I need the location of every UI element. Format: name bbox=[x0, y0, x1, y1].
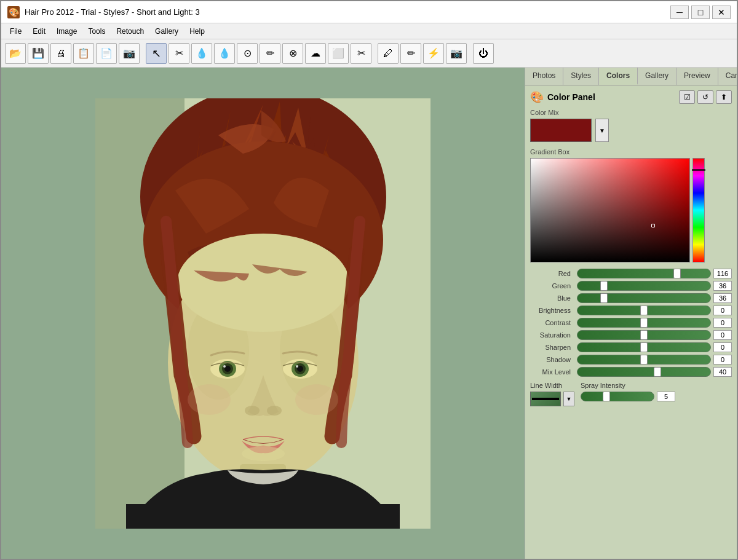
slider-value-green: 36 bbox=[713, 281, 732, 291]
color-panel-title-text: Color Panel bbox=[547, 92, 595, 102]
spray-track[interactable] bbox=[581, 392, 654, 401]
slider-value-sharpen: 0 bbox=[713, 342, 732, 352]
slider-value-blue: 36 bbox=[713, 293, 732, 303]
slider-thumb-saturation[interactable] bbox=[640, 330, 648, 340]
slider-track-saturation[interactable] bbox=[577, 330, 711, 340]
hue-cursor bbox=[692, 169, 705, 171]
spray-intensity-group: Spray Intensity 5 bbox=[581, 382, 675, 401]
camera-button[interactable]: 📷 bbox=[119, 43, 140, 64]
line-width-control: ▼ bbox=[530, 392, 574, 406]
menu-retouch[interactable]: Retouch bbox=[111, 26, 149, 37]
maximize-button[interactable]: □ bbox=[691, 6, 710, 19]
slider-row-contrast: Contrast 0 bbox=[530, 318, 732, 328]
svg-point-19 bbox=[223, 365, 226, 368]
title-buttons: ─ □ ✕ bbox=[670, 6, 731, 19]
menu-help[interactable]: Help bbox=[184, 26, 210, 37]
tab-camera[interactable]: Camera bbox=[718, 68, 737, 85]
tab-colors[interactable]: Colors bbox=[599, 68, 638, 85]
slider-thumb-green[interactable] bbox=[600, 281, 608, 291]
slider-thumb-mix-level[interactable] bbox=[654, 367, 661, 377]
palette-icon: 🎨 bbox=[530, 90, 544, 104]
bottom-controls: Line Width ▼ Spray Intensity bbox=[530, 382, 732, 406]
canvas-area[interactable] bbox=[1, 68, 525, 559]
lasso-button[interactable]: ⊙ bbox=[237, 43, 258, 64]
slider-label-red: Red bbox=[530, 270, 574, 277]
svg-point-30 bbox=[188, 384, 231, 415]
tab-preview[interactable]: Preview bbox=[676, 68, 718, 85]
line-width-display[interactable] bbox=[530, 392, 561, 406]
line-width-group: Line Width ▼ bbox=[530, 382, 574, 406]
brush-button[interactable]: ✏ bbox=[260, 43, 280, 64]
slider-track-mix-level[interactable] bbox=[577, 367, 711, 377]
paste-button[interactable]: 📄 bbox=[96, 43, 117, 64]
tab-gallery[interactable]: Gallery bbox=[638, 68, 676, 85]
line-width-label: Line Width bbox=[530, 382, 574, 389]
menu-image[interactable]: Image bbox=[52, 26, 82, 37]
crop-button[interactable]: ✂ bbox=[351, 43, 371, 64]
cloud-button[interactable]: ☁ bbox=[305, 43, 326, 64]
color-mix-row: ▼ bbox=[530, 119, 732, 142]
slider-thumb-red[interactable] bbox=[673, 269, 681, 278]
minimize-button[interactable]: ─ bbox=[670, 6, 689, 19]
pencil-button[interactable]: ✏ bbox=[400, 43, 421, 64]
select-button[interactable]: ↖ bbox=[146, 43, 167, 64]
menu-gallery[interactable]: Gallery bbox=[150, 26, 183, 37]
slider-label-green: Green bbox=[530, 282, 574, 290]
cut-button[interactable]: ✂ bbox=[169, 43, 189, 64]
close-button[interactable]: ✕ bbox=[712, 6, 731, 19]
svg-point-29 bbox=[242, 446, 285, 461]
eyedropper-button[interactable]: 💧 bbox=[191, 43, 212, 64]
slider-track-blue[interactable] bbox=[577, 293, 711, 303]
slider-track-sharpen[interactable] bbox=[577, 342, 711, 352]
power-button[interactable]: ⏻ bbox=[473, 43, 494, 64]
hue-slider[interactable] bbox=[692, 158, 705, 262]
open-button[interactable]: 📂 bbox=[5, 43, 26, 64]
tab-photos[interactable]: Photos bbox=[525, 68, 563, 85]
color-swatch[interactable] bbox=[530, 119, 592, 142]
slider-thumb-shadow[interactable] bbox=[640, 355, 648, 365]
copy-button[interactable]: 📋 bbox=[73, 43, 94, 64]
slider-thumb-contrast[interactable] bbox=[640, 318, 648, 328]
tab-styles[interactable]: Styles bbox=[563, 68, 599, 85]
menu-file[interactable]: File bbox=[5, 26, 26, 37]
slider-thumb-blue[interactable] bbox=[600, 293, 608, 303]
title-bar: 🎨 Hair Pro 2012 - Trial - Styles7 - Shor… bbox=[1, 1, 737, 23]
gradient-bg bbox=[531, 159, 689, 262]
export-button[interactable]: ⬆ bbox=[716, 90, 732, 104]
slider-value-red: 116 bbox=[713, 269, 732, 278]
slider-row-brightness: Brightness 0 bbox=[530, 306, 732, 315]
title-bar-left: 🎨 Hair Pro 2012 - Trial - Styles7 - Shor… bbox=[7, 6, 200, 18]
window-title: Hair Pro 2012 - Trial - Styles7 - Short … bbox=[25, 7, 200, 17]
fill-button[interactable]: 💧 bbox=[214, 43, 235, 64]
slider-track-shadow[interactable] bbox=[577, 355, 711, 365]
spray-slider-row: 5 bbox=[581, 392, 675, 401]
check-button[interactable]: ☑ bbox=[679, 90, 695, 104]
lightning-button[interactable]: ⚡ bbox=[423, 43, 444, 64]
menu-tools[interactable]: Tools bbox=[83, 26, 110, 37]
toolbar: 📂 💾 🖨 📋 📄 📷 ↖ ✂ 💧 💧 ⊙ ✏ ⊗ ☁ ⬜ ✂ 🖊 ✏ ⚡ 📷 … bbox=[1, 39, 737, 68]
print-button[interactable]: 🖨 bbox=[50, 43, 71, 64]
slider-track-red[interactable] bbox=[577, 269, 711, 278]
color-dropdown-button[interactable]: ▼ bbox=[595, 119, 609, 142]
reset-button[interactable]: ↺ bbox=[697, 90, 713, 104]
eraser-button[interactable]: ⊗ bbox=[282, 43, 303, 64]
gradient-box-label: Gradient Box bbox=[530, 148, 732, 156]
gradient-container bbox=[530, 158, 732, 262]
slider-thumb-brightness[interactable] bbox=[640, 306, 648, 315]
color-panel: 🎨 Color Panel ☑ ↺ ⬆ Color Mix ▼ bbox=[525, 85, 737, 559]
line-width-dropdown[interactable]: ▼ bbox=[563, 392, 574, 406]
rect-select-button[interactable]: ⬜ bbox=[328, 43, 349, 64]
slider-track-green[interactable] bbox=[577, 281, 711, 291]
slider-track-brightness[interactable] bbox=[577, 306, 711, 315]
slider-thumb-sharpen[interactable] bbox=[640, 342, 648, 352]
spray-thumb[interactable] bbox=[603, 392, 610, 401]
slider-value-mix-level: 40 bbox=[713, 367, 732, 377]
svg-point-26 bbox=[267, 406, 282, 416]
save-button[interactable]: 💾 bbox=[28, 43, 49, 64]
snapshot-button[interactable]: 📷 bbox=[446, 43, 467, 64]
slider-track-contrast[interactable] bbox=[577, 318, 711, 328]
menu-edit[interactable]: Edit bbox=[28, 26, 50, 37]
gradient-box[interactable] bbox=[530, 158, 690, 262]
wand-button[interactable]: 🖊 bbox=[378, 43, 399, 64]
slider-value-brightness: 0 bbox=[713, 306, 732, 315]
